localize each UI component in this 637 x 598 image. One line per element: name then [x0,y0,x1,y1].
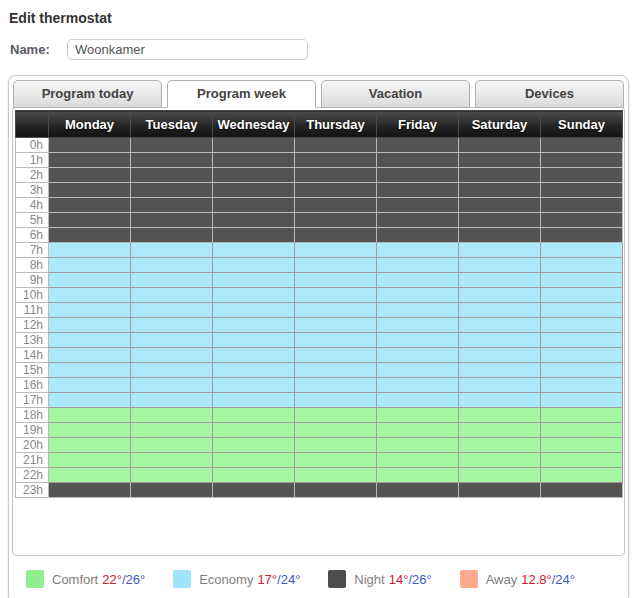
schedule-cell-tuesday-4h[interactable] [131,198,213,213]
schedule-cell-sunday-12h[interactable] [541,318,623,333]
schedule-cell-friday-4h[interactable] [377,198,459,213]
schedule-cell-sunday-1h[interactable] [541,153,623,168]
schedule-cell-monday-16h[interactable] [49,378,131,393]
schedule-cell-monday-22h[interactable] [49,468,131,483]
schedule-cell-friday-3h[interactable] [377,183,459,198]
schedule-cell-thursday-8h[interactable] [295,258,377,273]
schedule-cell-monday-6h[interactable] [49,228,131,243]
schedule-cell-monday-15h[interactable] [49,363,131,378]
schedule-cell-wednesday-9h[interactable] [213,273,295,288]
schedule-cell-monday-0h[interactable] [49,138,131,153]
schedule-cell-saturday-16h[interactable] [459,378,541,393]
schedule-cell-thursday-18h[interactable] [295,408,377,423]
schedule-cell-saturday-3h[interactable] [459,183,541,198]
schedule-cell-thursday-11h[interactable] [295,303,377,318]
schedule-cell-thursday-21h[interactable] [295,453,377,468]
schedule-cell-friday-9h[interactable] [377,273,459,288]
schedule-cell-tuesday-13h[interactable] [131,333,213,348]
schedule-cell-thursday-10h[interactable] [295,288,377,303]
schedule-cell-wednesday-20h[interactable] [213,438,295,453]
schedule-cell-saturday-6h[interactable] [459,228,541,243]
schedule-cell-saturday-2h[interactable] [459,168,541,183]
schedule-cell-friday-2h[interactable] [377,168,459,183]
schedule-cell-sunday-9h[interactable] [541,273,623,288]
schedule-cell-thursday-20h[interactable] [295,438,377,453]
schedule-cell-friday-0h[interactable] [377,138,459,153]
schedule-cell-tuesday-16h[interactable] [131,378,213,393]
schedule-cell-wednesday-15h[interactable] [213,363,295,378]
schedule-cell-friday-6h[interactable] [377,228,459,243]
schedule-cell-sunday-18h[interactable] [541,408,623,423]
schedule-cell-monday-17h[interactable] [49,393,131,408]
schedule-cell-tuesday-8h[interactable] [131,258,213,273]
schedule-cell-wednesday-19h[interactable] [213,423,295,438]
schedule-cell-monday-5h[interactable] [49,213,131,228]
schedule-cell-saturday-15h[interactable] [459,363,541,378]
schedule-cell-wednesday-5h[interactable] [213,213,295,228]
schedule-cell-friday-15h[interactable] [377,363,459,378]
schedule-cell-monday-19h[interactable] [49,423,131,438]
schedule-cell-monday-18h[interactable] [49,408,131,423]
schedule-cell-tuesday-6h[interactable] [131,228,213,243]
schedule-cell-monday-10h[interactable] [49,288,131,303]
schedule-cell-monday-7h[interactable] [49,243,131,258]
schedule-cell-saturday-22h[interactable] [459,468,541,483]
schedule-cell-sunday-21h[interactable] [541,453,623,468]
schedule-cell-thursday-22h[interactable] [295,468,377,483]
schedule-cell-thursday-23h[interactable] [295,483,377,498]
schedule-cell-saturday-21h[interactable] [459,453,541,468]
schedule-cell-saturday-7h[interactable] [459,243,541,258]
schedule-cell-tuesday-9h[interactable] [131,273,213,288]
schedule-cell-wednesday-8h[interactable] [213,258,295,273]
schedule-cell-monday-23h[interactable] [49,483,131,498]
schedule-cell-sunday-2h[interactable] [541,168,623,183]
schedule-cell-thursday-4h[interactable] [295,198,377,213]
schedule-cell-wednesday-10h[interactable] [213,288,295,303]
schedule-cell-sunday-11h[interactable] [541,303,623,318]
schedule-cell-tuesday-1h[interactable] [131,153,213,168]
schedule-cell-friday-20h[interactable] [377,438,459,453]
schedule-cell-tuesday-17h[interactable] [131,393,213,408]
schedule-cell-saturday-23h[interactable] [459,483,541,498]
schedule-cell-sunday-16h[interactable] [541,378,623,393]
schedule-cell-thursday-17h[interactable] [295,393,377,408]
schedule-cell-sunday-19h[interactable] [541,423,623,438]
schedule-cell-wednesday-16h[interactable] [213,378,295,393]
schedule-cell-monday-1h[interactable] [49,153,131,168]
schedule-cell-thursday-16h[interactable] [295,378,377,393]
tab-program-week[interactable]: Program week [167,80,316,108]
schedule-cell-wednesday-2h[interactable] [213,168,295,183]
schedule-cell-monday-2h[interactable] [49,168,131,183]
schedule-cell-wednesday-14h[interactable] [213,348,295,363]
schedule-cell-sunday-10h[interactable] [541,288,623,303]
schedule-cell-tuesday-14h[interactable] [131,348,213,363]
schedule-cell-monday-3h[interactable] [49,183,131,198]
schedule-cell-sunday-8h[interactable] [541,258,623,273]
schedule-cell-wednesday-11h[interactable] [213,303,295,318]
schedule-cell-friday-7h[interactable] [377,243,459,258]
schedule-cell-tuesday-12h[interactable] [131,318,213,333]
schedule-cell-sunday-15h[interactable] [541,363,623,378]
schedule-cell-wednesday-23h[interactable] [213,483,295,498]
schedule-cell-friday-13h[interactable] [377,333,459,348]
schedule-cell-saturday-0h[interactable] [459,138,541,153]
schedule-cell-friday-14h[interactable] [377,348,459,363]
schedule-cell-saturday-4h[interactable] [459,198,541,213]
schedule-cell-sunday-3h[interactable] [541,183,623,198]
schedule-cell-wednesday-18h[interactable] [213,408,295,423]
schedule-cell-friday-12h[interactable] [377,318,459,333]
schedule-cell-friday-21h[interactable] [377,453,459,468]
schedule-cell-tuesday-22h[interactable] [131,468,213,483]
schedule-cell-monday-13h[interactable] [49,333,131,348]
schedule-cell-tuesday-19h[interactable] [131,423,213,438]
schedule-cell-sunday-20h[interactable] [541,438,623,453]
schedule-cell-monday-4h[interactable] [49,198,131,213]
schedule-cell-saturday-13h[interactable] [459,333,541,348]
schedule-cell-friday-1h[interactable] [377,153,459,168]
schedule-cell-saturday-5h[interactable] [459,213,541,228]
schedule-cell-sunday-4h[interactable] [541,198,623,213]
schedule-cell-sunday-0h[interactable] [541,138,623,153]
schedule-cell-tuesday-3h[interactable] [131,183,213,198]
schedule-cell-wednesday-6h[interactable] [213,228,295,243]
schedule-cell-tuesday-20h[interactable] [131,438,213,453]
